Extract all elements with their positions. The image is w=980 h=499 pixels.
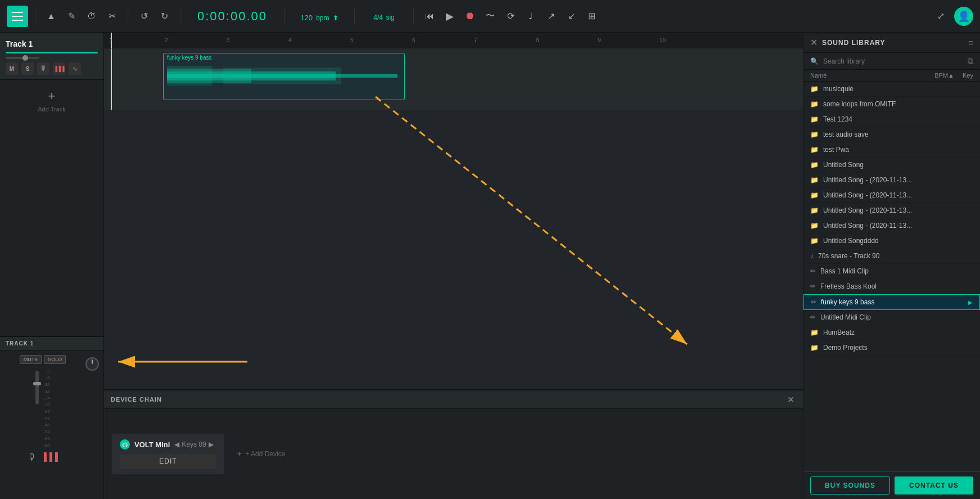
add-device-button[interactable]: + + Add Device [233, 446, 288, 462]
sound-library-item-6[interactable]: 📁 Untitled Song - (2020-11-13... [803, 173, 980, 188]
sound-library-item-15[interactable]: ✏ Untitled Midi Clip [803, 310, 980, 325]
undo-button[interactable]: ↺ [135, 7, 153, 25]
bars-icon: ▐▐▐ [41, 452, 58, 462]
sound-library-item-3[interactable]: 📁 test audio save [803, 127, 980, 142]
track1-mute-button[interactable]: M [6, 62, 18, 75]
device-name: VOLT Mini [134, 440, 170, 449]
track1-solo-button[interactable]: S [21, 62, 34, 75]
sound-library-item-4[interactable]: 📁 test Pwa [803, 142, 980, 158]
sound-library-item-2[interactable]: 📁 Test 1234 [803, 112, 980, 127]
sound-library-item-10[interactable]: 📁 Untitled Songdddd [803, 233, 980, 249]
user-avatar[interactable]: 👤 [954, 7, 973, 26]
db-label: -42 [43, 416, 50, 421]
pencil-tool-button[interactable]: ✎ [62, 7, 80, 25]
preset-prev-button[interactable]: ◀ [174, 440, 179, 448]
sig-label: sig [386, 14, 394, 21]
sound-library-item-9[interactable]: 📁 Untitled Song - (2020-11-13... [803, 218, 980, 233]
sl-item-name: Demo Projects [823, 344, 973, 352]
add-track-label: Add Track [38, 106, 66, 113]
main-layout: Track 1 M S 🎙 ▐▐▐ ∿ + Add Track Master T… [0, 33, 980, 499]
db-label: -24 [43, 395, 50, 401]
fader-thumb[interactable] [33, 382, 41, 385]
time-sig-display[interactable]: 4/4 sig [362, 10, 407, 23]
loop-button[interactable]: ⟳ [502, 7, 520, 25]
device-power-button[interactable]: ⏻ [120, 439, 130, 449]
redo-button[interactable]: ↻ [155, 7, 173, 25]
device-chain-close-button[interactable]: ✕ [785, 394, 796, 405]
tool-group: ▲ ✎ ⏱ ✂ [42, 7, 121, 25]
sound-library-item-13[interactable]: ✏ Fretless Bass Kool [803, 279, 980, 294]
buy-sounds-button[interactable]: BUY SOUNDS [810, 476, 890, 494]
rewind-button[interactable]: ⏮ [421, 7, 439, 25]
play-button[interactable]: ▶ [441, 7, 459, 25]
pan-knob-area [85, 355, 99, 462]
db-label: -54 [43, 429, 50, 434]
sound-library-item-1[interactable]: 📁 some loops from OMITF [803, 97, 980, 112]
sl-item-name: Untitled Song [823, 161, 973, 169]
hamburger-menu[interactable] [7, 6, 28, 27]
track1-rec-button[interactable]: 🎙 [37, 62, 49, 75]
scissors-tool-button[interactable]: ✂ [103, 7, 121, 25]
vertical-fader[interactable] [35, 371, 39, 404]
sound-library-item-16[interactable]: 📁 HumBeatz [803, 325, 980, 340]
grid-button[interactable]: ⊞ [582, 7, 600, 25]
track1-fader-thumb[interactable] [22, 55, 28, 61]
clock-tool-button[interactable]: ⏱ [83, 7, 101, 25]
sound-library-search: 🔍 ⧉ [803, 53, 980, 70]
sound-library-item-7[interactable]: 📁 Untitled Song - (2020-11-13... [803, 188, 980, 203]
time-display: 0:00:00.00 [187, 9, 277, 24]
preset-next-button[interactable]: ▶ [209, 440, 214, 448]
metronome-button[interactable]: ♩ [522, 7, 540, 25]
select-tool-button[interactable]: ▲ [42, 7, 60, 25]
wave-button[interactable]: 〜 [481, 7, 499, 25]
record-button[interactable]: ⏺ [461, 7, 479, 25]
track1-fader[interactable] [6, 57, 98, 59]
track1-bars-button[interactable]: ▐▐▐ [53, 62, 65, 75]
import-button[interactable]: ↙ [562, 7, 580, 25]
search-icon: 🔍 [810, 57, 819, 65]
sound-library-close-button[interactable]: ✕ [810, 37, 818, 48]
device-top: ⏻ VOLT Mini ◀ Keys 09 ▶ [120, 439, 216, 449]
db-label: -30 [43, 402, 50, 407]
audio-icon: ♪ [810, 252, 814, 260]
sound-library-list: 📁 musicquie 📁 some loops from OMITF 📁 Te… [803, 82, 980, 471]
device-preset: ◀ Keys 09 ▶ [174, 440, 213, 448]
add-track-area[interactable]: + Add Track [0, 80, 103, 122]
mute-button[interactable]: MUTE [20, 355, 42, 364]
device-chain-panel: DEVICE CHAIN ✕ ⏻ VOLT Mini ◀ Keys 09 ▶ E… [104, 389, 803, 499]
sound-library-item-17[interactable]: 📁 Demo Projects [803, 340, 980, 356]
solo-button[interactable]: SOLO [44, 355, 66, 364]
sound-library-item-12[interactable]: ✏ Bass 1 Midi Clip [803, 264, 980, 279]
bpm-arrows[interactable]: ⬆ [333, 14, 338, 22]
mic-icon[interactable]: 🎙 [28, 452, 37, 462]
col-key[interactable]: Key [956, 72, 973, 79]
bpm-display[interactable]: 120 bpm ⬆ [291, 9, 347, 24]
sl-item-name: Bass 1 Midi Clip [820, 267, 973, 275]
sl-item-name: Untitled Song - (2020-11-13... [823, 176, 973, 184]
sound-library-item-11[interactable]: ♪ 70s snare - Track 90 [803, 249, 980, 264]
sound-library-item-5[interactable]: 📁 Untitled Song [803, 158, 980, 173]
share-button[interactable]: ⤢ [932, 7, 950, 25]
search-input[interactable] [823, 57, 963, 65]
device-edit-button[interactable]: EDIT [120, 454, 216, 469]
col-bpm[interactable]: BPM▲ [926, 72, 954, 79]
track1-wave-button[interactable]: ∿ [69, 62, 81, 75]
sl-item-name: test audio save [823, 131, 973, 138]
folder-icon: 📁 [810, 344, 819, 352]
track1-clip[interactable]: funky keys 9 bass [163, 53, 405, 100]
filter-icon[interactable]: ⧉ [968, 56, 973, 66]
device-chain-title: DEVICE CHAIN [111, 396, 780, 403]
sound-library-item-8[interactable]: 📁 Untitled Song - (2020-11-13... [803, 203, 980, 218]
pan-knob[interactable] [85, 357, 99, 371]
sound-library-item-0[interactable]: 📁 musicquie [803, 82, 980, 97]
sound-library-filter-button[interactable]: ≡ [969, 38, 973, 47]
toolbar-separator-1 [35, 8, 35, 24]
sound-library-item-14[interactable]: ✏ funky keys 9 bass ▶ [803, 294, 980, 310]
play-preview-button[interactable]: ▶ [968, 299, 973, 305]
track1-buttons: M S 🎙 ▐▐▐ ∿ [6, 62, 98, 75]
track1-fader-track[interactable] [6, 57, 39, 59]
ruler-mark-10: 10 [660, 37, 666, 43]
export-button[interactable]: ↗ [542, 7, 560, 25]
folder-icon: 📁 [810, 237, 819, 245]
contact-us-button[interactable]: CONTACT US [895, 476, 973, 494]
